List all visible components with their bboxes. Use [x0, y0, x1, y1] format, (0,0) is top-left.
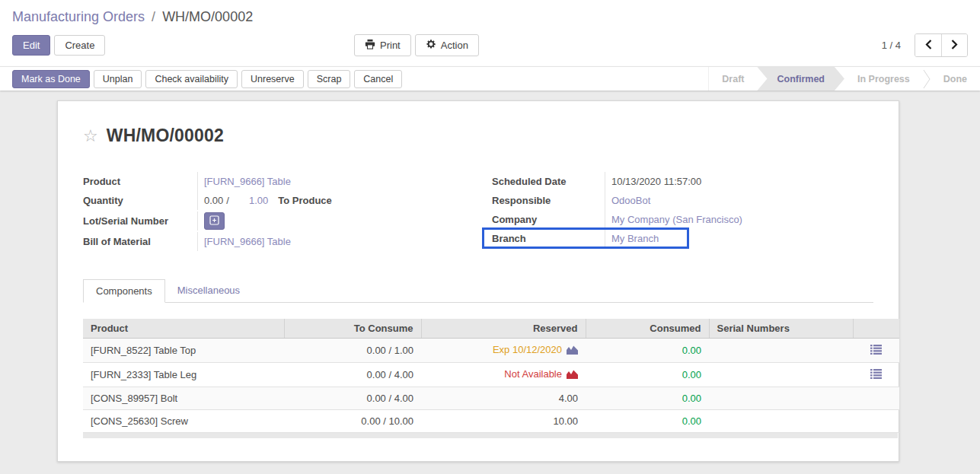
form-view-content: ☆ WH/MO/00002 Product [FURN_9666] Table … [0, 91, 980, 462]
field-label: Branch [492, 233, 605, 244]
column-header-serial-numbers[interactable]: Serial Numbers [709, 319, 853, 339]
quantity-target-link[interactable]: 1.00 [249, 195, 268, 206]
cell-serial-numbers[interactable] [709, 410, 853, 433]
scrap-button[interactable]: Scrap [308, 70, 351, 88]
field-row-company: Company My Company (San Francisco) [492, 210, 873, 229]
table-header-row: Product To Consume Reserved Consumed Ser… [83, 319, 899, 339]
plus-square-icon [209, 215, 219, 227]
cancel-button[interactable]: Cancel [354, 70, 402, 88]
chevron-left-icon [925, 40, 932, 52]
pager-value: 1 / 4 [882, 40, 901, 51]
cell-to-consume[interactable]: 0.00 / 1.00 [284, 339, 421, 363]
table-row[interactable]: [FURN_8522] Table Top 0.00 / 1.00 Exp 10… [83, 339, 899, 363]
breadcrumb-current: WH/MO/00002 [162, 9, 253, 24]
column-header-empty [853, 319, 899, 339]
table-row[interactable]: [FURN_2333] Table Leg 0.00 / 4.00 Not Av… [83, 363, 899, 387]
cell-to-consume[interactable]: 0.00 / 4.00 [284, 387, 421, 410]
product-value-link[interactable]: [FURN_9666] Table [204, 176, 291, 187]
responsible-value-link[interactable]: OdooBot [611, 195, 650, 206]
field-row-quantity: Quantity 0.00 / 1.00 To Produce [83, 191, 492, 210]
table-row[interactable]: [CONS_89957] Bolt 0.00 / 4.00 4.00 0.00 [83, 387, 899, 410]
cell-serial-numbers[interactable] [709, 339, 853, 363]
components-table: Product To Consume Reserved Consumed Ser… [83, 319, 898, 438]
status-pipeline: Draft Confirmed In Progress Done [708, 67, 980, 91]
table-footer-bar [83, 433, 898, 438]
breadcrumb-parent-link[interactable]: Manufacturing Orders [12, 9, 145, 24]
column-header-to-consume[interactable]: To Consume [284, 319, 421, 339]
status-action-bar: Mark as Done Unplan Check availability U… [0, 66, 980, 91]
unreserve-button[interactable]: Unreserve [241, 70, 304, 88]
notebook-tabs: Components Miscellaneous [83, 279, 873, 303]
field-label: Quantity [83, 195, 197, 206]
field-label: Responsible [492, 195, 605, 206]
field-label: Company [492, 214, 605, 225]
cell-detail [853, 363, 899, 387]
tab-miscellaneous[interactable]: Miscellaneous [165, 279, 252, 302]
cell-reserved[interactable]: Exp 10/12/2020 [421, 339, 586, 363]
control-panel-buttons: Edit Create Print Action 1 / 4 [0, 27, 980, 66]
cell-serial-numbers[interactable] [709, 363, 853, 387]
pager-next-button[interactable] [941, 34, 967, 56]
create-button[interactable]: Create [54, 35, 105, 56]
serial-list-icon[interactable] [870, 369, 882, 381]
field-label: Lot/Serial Number [83, 215, 197, 227]
column-header-consumed[interactable]: Consumed [586, 319, 709, 339]
column-header-reserved[interactable]: Reserved [421, 319, 586, 339]
cell-reserved[interactable]: 4.00 [421, 387, 586, 410]
cell-consumed[interactable]: 0.00 [586, 339, 709, 363]
scheduled-date-value: 10/13/2020 11:57:00 [611, 176, 701, 187]
cell-consumed[interactable]: 0.00 [586, 387, 709, 410]
quantity-separator: / [226, 195, 229, 206]
cell-detail [853, 387, 899, 410]
gear-icon [426, 39, 436, 52]
branch-value-link[interactable]: My Branch [611, 233, 659, 244]
action-button[interactable]: Action [415, 34, 479, 56]
cell-serial-numbers[interactable] [709, 387, 853, 410]
cell-reserved[interactable]: Not Available [421, 363, 586, 387]
add-lot-serial-button[interactable] [204, 212, 225, 230]
edit-button[interactable]: Edit [12, 35, 50, 56]
field-label: Scheduled Date [492, 176, 605, 187]
cell-product[interactable]: [FURN_2333] Table Leg [83, 363, 284, 387]
cell-to-consume[interactable]: 0.00 / 10.00 [284, 410, 421, 433]
bom-value-link[interactable]: [FURN_9666] Table [204, 236, 291, 247]
field-row-product: Product [FURN_9666] Table [83, 172, 492, 191]
cell-consumed[interactable]: 0.00 [586, 410, 709, 433]
field-row-lot-serial: Lot/Serial Number [83, 210, 492, 232]
breadcrumb-separator: / [148, 9, 158, 24]
cell-to-consume[interactable]: 0.00 / 4.00 [284, 363, 421, 387]
status-step-draft[interactable]: Draft [709, 67, 757, 91]
forecast-area-chart-icon[interactable] [567, 345, 578, 357]
favorite-star-icon[interactable]: ☆ [83, 128, 98, 145]
field-row-scheduled-date: Scheduled Date 10/13/2020 11:57:00 [492, 172, 873, 191]
mark-as-done-button[interactable]: Mark as Done [12, 70, 90, 88]
status-step-in-progress[interactable]: In Progress [844, 67, 923, 91]
forecast-area-chart-icon[interactable] [567, 369, 578, 381]
cell-reserved[interactable]: 10.00 [421, 410, 586, 433]
print-button[interactable]: Print [354, 34, 411, 56]
company-value-link[interactable]: My Company (San Francisco) [611, 214, 742, 225]
cell-product[interactable]: [FURN_8522] Table Top [83, 339, 284, 363]
cell-product[interactable]: [CONS_25630] Screw [83, 410, 284, 433]
cell-detail [853, 410, 899, 433]
control-panel: Manufacturing Orders / WH/MO/00002 Edit … [0, 0, 980, 66]
status-step-done[interactable]: Done [931, 67, 980, 91]
printer-icon [365, 39, 375, 52]
check-availability-button[interactable]: Check availability [145, 70, 238, 88]
status-step-separator-icon [923, 67, 931, 91]
table-row[interactable]: [CONS_25630] Screw 0.00 / 10.00 10.00 0.… [83, 410, 899, 433]
unplan-button[interactable]: Unplan [94, 70, 142, 88]
record-sheet: ☆ WH/MO/00002 Product [FURN_9666] Table … [57, 100, 899, 462]
record-title: WH/MO/00002 [107, 126, 224, 146]
cell-consumed[interactable]: 0.00 [586, 363, 709, 387]
status-step-confirmed[interactable]: Confirmed [757, 67, 844, 91]
quantity-produced: 0.00 [204, 195, 223, 206]
chevron-right-icon [951, 40, 958, 52]
tab-components[interactable]: Components [83, 279, 165, 303]
serial-list-icon[interactable] [870, 345, 882, 357]
pager-previous-button[interactable] [915, 34, 941, 56]
field-label: Product [83, 176, 197, 187]
cell-product[interactable]: [CONS_89957] Bolt [83, 387, 284, 410]
breadcrumb: Manufacturing Orders / WH/MO/00002 [0, 0, 980, 27]
column-header-product[interactable]: Product [83, 319, 284, 339]
